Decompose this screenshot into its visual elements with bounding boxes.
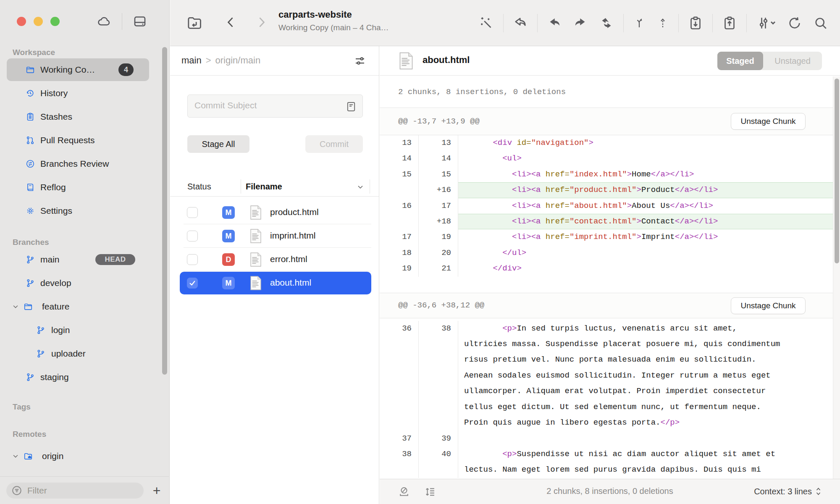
toolbar: carparts-website Working Copy (main – 4 …: [170, 0, 840, 46]
context-line[interactable]: 3638 <p>In sed turpis luctus, venenatis …: [380, 321, 833, 431]
chevron-down-icon[interactable]: [12, 452, 19, 460]
stash-save-icon[interactable]: [688, 16, 703, 31]
staged-tab[interactable]: Staged: [717, 52, 763, 70]
old-line-number: 37: [380, 431, 419, 446]
context-line[interactable]: 1313 <div id="navigation">: [380, 135, 833, 151]
added-line[interactable]: +18 <li><a href="contact.html">Contact</…: [380, 214, 833, 229]
column-divider[interactable]: [241, 179, 241, 194]
file-row[interactable]: Mproduct.html: [170, 201, 379, 224]
sidebar-item-branches-review[interactable]: Branches Review: [0, 152, 169, 176]
code-text: [458, 431, 782, 446]
context-line[interactable]: 1719 <li><a href="imprint.html">Imprint<…: [380, 229, 833, 245]
rebase-icon[interactable]: [656, 16, 669, 31]
stage-checkbox[interactable]: [187, 278, 198, 289]
sidebar-item-label: staging: [40, 372, 69, 382]
stage-all-button[interactable]: Stage All: [187, 135, 249, 153]
context-line[interactable]: 3739: [380, 431, 833, 446]
sidebar-item-stashes[interactable]: Stashes: [0, 105, 169, 129]
old-line-number: 13: [380, 135, 419, 151]
sidebar-item-main[interactable]: mainHEAD: [0, 248, 169, 271]
filename-column-header[interactable]: Filename: [246, 182, 282, 192]
file-row[interactable]: Mimprint.html: [170, 224, 379, 248]
sidebar-item-origin[interactable]: origin: [0, 444, 169, 468]
refresh-icon[interactable]: [787, 16, 802, 31]
sync-icon[interactable]: [599, 16, 614, 31]
context-stepper-icon[interactable]: [815, 486, 822, 496]
column-divider[interactable]: [370, 179, 370, 194]
push-icon[interactable]: [573, 16, 588, 31]
open-repository-icon[interactable]: [186, 14, 203, 31]
file-row[interactable]: Derror.html: [170, 248, 379, 271]
added-line[interactable]: +16 <li><a href="product.html">Product</…: [380, 182, 833, 198]
discard-icon[interactable]: [513, 16, 528, 31]
status-column-header[interactable]: Status: [187, 182, 211, 192]
minimize-window-button[interactable]: [34, 17, 43, 26]
breadcrumb-current-branch[interactable]: main: [181, 55, 202, 66]
code-text: <li><a href="imprint.html">Imprint</a></…: [458, 229, 782, 245]
context-line[interactable]: 1921 </div>: [380, 261, 833, 276]
unstage-chunk-button[interactable]: Unstage Chunk: [731, 113, 806, 130]
cloud-accounts-icon[interactable]: [97, 14, 112, 29]
sidebar-item-staging[interactable]: staging: [0, 365, 169, 389]
table-header-border: [170, 196, 379, 197]
breadcrumb-separator: >: [202, 55, 215, 66]
sidebar-item-working-co[interactable]: Working Co…4: [0, 58, 169, 81]
chevron-down-icon[interactable]: [12, 303, 19, 310]
window-controls[interactable]: [17, 17, 60, 26]
code-text: </div>: [458, 261, 782, 276]
sidebar-scrollbar[interactable]: [162, 47, 167, 375]
close-window-button[interactable]: [17, 17, 26, 26]
local-repositories-icon[interactable]: [132, 14, 147, 29]
context-line[interactable]: 3840 <p>Suspendisse ut nisi ac diam auct…: [380, 446, 833, 478]
unstage-chunk-button[interactable]: Unstage Chunk: [731, 297, 806, 314]
sidebar-item-feature[interactable]: feature: [0, 295, 169, 318]
sidebar-item-history[interactable]: History: [0, 81, 169, 105]
file-table-header: Status Filename: [170, 178, 379, 196]
view-options-icon[interactable]: [354, 55, 366, 67]
zoom-window-button[interactable]: [50, 17, 60, 26]
merge-icon[interactable]: [633, 16, 646, 31]
context-line[interactable]: 1617 <li><a href="about.html">About Us</…: [380, 198, 833, 214]
more-options-icon[interactable]: [756, 16, 776, 31]
search-icon[interactable]: [813, 16, 828, 31]
unstaged-tab[interactable]: Unstaged: [763, 52, 822, 70]
sidebar-item-uploader[interactable]: uploader: [0, 342, 169, 365]
diff-scrollbar-thumb[interactable]: [835, 79, 839, 263]
code-text: <p>In sed turpis luctus, venenatis arcu …: [458, 321, 782, 431]
tags-section-header: Tags: [0, 402, 169, 412]
sidebar-item-develop[interactable]: develop: [0, 271, 169, 295]
sidebar-item-reflog[interactable]: Reflog: [0, 176, 169, 199]
sidebar-item-pull-requests[interactable]: Pull Requests: [0, 129, 169, 152]
new-line-number: 21: [419, 261, 458, 276]
code-text: <ul>: [458, 151, 782, 166]
stage-checkbox[interactable]: [187, 207, 198, 218]
stash-apply-icon[interactable]: [722, 16, 737, 31]
context-line[interactable]: 1820 </ul>: [380, 245, 833, 261]
commit-message-icon[interactable]: [345, 100, 357, 115]
sort-chevron-down-icon[interactable]: [356, 183, 365, 193]
chunk-header: @@ -36,6 +38,12 @@Unstage Chunk: [380, 293, 833, 318]
commit-subject-input[interactable]: Commit Subject: [187, 94, 363, 118]
commit-button[interactable]: Commit: [305, 135, 363, 153]
context-line[interactable]: 1515 <li><a href="index.html">Home</a></…: [380, 167, 833, 182]
sidebar-item-login[interactable]: login: [0, 318, 169, 342]
back-button[interactable]: [224, 14, 238, 31]
forward-button[interactable]: [254, 14, 268, 31]
stage-checkbox[interactable]: [187, 231, 198, 242]
add-repository-button[interactable]: +: [148, 482, 165, 499]
stage-checkbox[interactable]: [187, 254, 198, 265]
pull-icon[interactable]: [547, 16, 562, 31]
breadcrumb-upstream-branch[interactable]: origin/main: [215, 55, 261, 66]
diff-scrollbar-track[interactable]: [833, 76, 840, 479]
new-line-number: 14: [419, 151, 458, 166]
file-row[interactable]: Mabout.html: [170, 271, 379, 295]
context-line[interactable]: 1414 <ul>: [380, 151, 833, 166]
filter-input[interactable]: Filter: [6, 483, 144, 499]
sidebar-item-settings[interactable]: Settings: [0, 199, 169, 223]
sidebar-sections: Workspace Working Co…4HistoryStashesPull…: [0, 47, 169, 468]
sidebar-item-label: Reflog: [40, 182, 66, 192]
context-lines-control[interactable]: Context: 3 lines: [754, 486, 822, 496]
file-icon: [250, 276, 262, 292]
magic-wand-icon[interactable]: [479, 16, 494, 31]
breadcrumb[interactable]: main>origin/main: [181, 55, 260, 66]
